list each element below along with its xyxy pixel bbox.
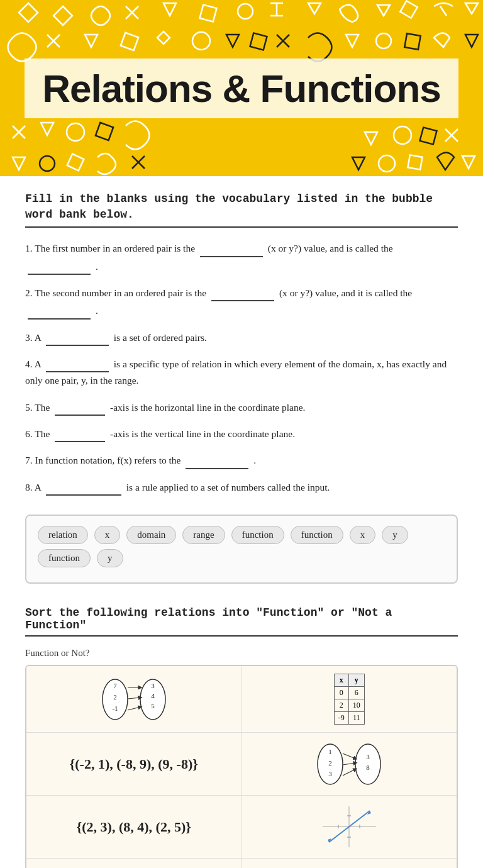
svg-marker-10 bbox=[465, 3, 478, 14]
svg-point-40 bbox=[379, 155, 395, 172]
q6-blank1[interactable] bbox=[55, 425, 105, 442]
svg-marker-20 bbox=[346, 35, 358, 47]
svg-text:3: 3 bbox=[329, 770, 333, 777]
q7-blank1[interactable] bbox=[186, 451, 248, 469]
word-bubble-function3[interactable]: function bbox=[38, 549, 91, 567]
word-bank-row2: function y bbox=[38, 549, 445, 567]
svg-line-32 bbox=[445, 129, 458, 142]
table-cell: -9 bbox=[334, 712, 348, 725]
svg-line-11 bbox=[47, 35, 60, 47]
svg-rect-41 bbox=[408, 155, 422, 169]
question-8: 8. A is a rule applied to a set of numbe… bbox=[25, 478, 458, 496]
svg-line-19 bbox=[277, 35, 289, 47]
svg-point-27 bbox=[67, 123, 84, 141]
q2-blank1[interactable] bbox=[211, 284, 274, 301]
svg-rect-36 bbox=[67, 154, 84, 171]
q1-blank2[interactable] bbox=[28, 257, 91, 275]
q1-text-after: . bbox=[96, 261, 98, 272]
svg-marker-39 bbox=[352, 157, 365, 170]
svg-line-61 bbox=[343, 754, 355, 759]
table-row: 2 10 bbox=[334, 699, 364, 712]
sort-cell-2-left[interactable]: {(-2, 1), (-8, 9), (9, -8)} bbox=[26, 733, 242, 795]
sort-cell-4-left[interactable]: 2 0 3 5 bbox=[26, 859, 242, 868]
svg-text:5: 5 bbox=[151, 702, 155, 709]
svg-marker-1 bbox=[53, 6, 72, 25]
svg-rect-28 bbox=[96, 123, 113, 140]
q7-text-before: 7. In function notation, f(x) refers to … bbox=[25, 455, 183, 465]
svg-line-38 bbox=[132, 156, 145, 169]
sort-cell-3-right[interactable] bbox=[242, 796, 457, 858]
svg-marker-4 bbox=[164, 3, 176, 16]
question-4: 4. A is a specific type of relation in w… bbox=[25, 355, 458, 389]
q1-num: 1. bbox=[25, 243, 35, 253]
svg-line-12 bbox=[47, 35, 60, 47]
question-5: 5. The -axis is the horizontal line in t… bbox=[25, 398, 458, 416]
word-bubble-function2[interactable]: function bbox=[291, 526, 343, 544]
svg-marker-8 bbox=[377, 5, 390, 16]
table-header-y: y bbox=[348, 674, 364, 687]
q6-text-before: 6. The bbox=[25, 428, 52, 439]
q2-text-middle: (x or y?) value, and it is called the bbox=[279, 287, 412, 298]
sort-cell-3-left[interactable]: {(2, 3), (8, 4), (2, 5)} bbox=[26, 796, 242, 858]
q2-text-before: The second number in an ordered pair is … bbox=[35, 287, 206, 298]
svg-marker-42 bbox=[462, 156, 475, 169]
sort-cell-1-right[interactable]: x y 0 6 2 10 bbox=[242, 666, 457, 732]
question-3: 3. A is a set of ordered pairs. bbox=[25, 328, 458, 346]
svg-text:7: 7 bbox=[113, 682, 117, 689]
set-2-text: {(2, 3), (8, 4), (2, 5)} bbox=[77, 819, 191, 835]
svg-marker-7 bbox=[308, 3, 321, 14]
svg-text:3: 3 bbox=[151, 682, 155, 689]
sort-cell-2-right[interactable]: 1 2 3 3 8 bbox=[242, 733, 457, 795]
word-bubble-range[interactable]: range bbox=[182, 526, 225, 544]
sort-cell-4-right[interactable] bbox=[242, 859, 457, 868]
svg-text:8: 8 bbox=[367, 764, 370, 771]
table-cell: 6 bbox=[348, 687, 364, 699]
svg-rect-31 bbox=[420, 128, 437, 145]
q3-text-after: is a set of ordered pairs. bbox=[114, 332, 207, 343]
word-bubble-x2[interactable]: x bbox=[350, 526, 376, 544]
q1-text-middle: (x or y?) value, and is called the bbox=[268, 243, 393, 253]
svg-rect-22 bbox=[404, 33, 420, 49]
q3-blank1[interactable] bbox=[46, 328, 109, 346]
q8-text-after: is a rule applied to a set of numbers ca… bbox=[126, 482, 330, 492]
word-bubble-x1[interactable]: x bbox=[94, 526, 121, 544]
svg-text:-1: -1 bbox=[112, 704, 118, 712]
mapping-diagram-2: 1 2 3 3 8 bbox=[314, 740, 384, 787]
sort-row-4: 2 0 3 5 bbox=[26, 859, 457, 868]
q4-blank1[interactable] bbox=[46, 355, 109, 372]
word-bubble-y2[interactable]: y bbox=[97, 549, 123, 567]
word-bank-row1: relation x domain range function functio… bbox=[38, 526, 445, 544]
svg-point-6 bbox=[238, 4, 253, 19]
q1-blank1[interactable] bbox=[200, 239, 263, 257]
table-cell: 2 bbox=[334, 699, 348, 712]
set-1-text: {(-2, 1), (-8, 9), (9, -8)} bbox=[70, 756, 198, 772]
sort-row-3: {(2, 3), (8, 4), (2, 5)} bbox=[26, 796, 457, 859]
table-cell: 0 bbox=[334, 687, 348, 699]
svg-text:2: 2 bbox=[329, 759, 333, 767]
table-cell: 10 bbox=[348, 699, 364, 712]
q8-blank1[interactable] bbox=[46, 478, 121, 496]
question-2: 2. The second number in an ordered pair … bbox=[25, 284, 458, 320]
table-row: 0 6 bbox=[334, 687, 364, 699]
word-bubble-domain[interactable]: domain bbox=[126, 526, 176, 544]
main-content: Fill in the blanks using the vocabulary … bbox=[0, 176, 483, 868]
page-title: Relations & Functions bbox=[42, 66, 440, 111]
word-bubble-relation[interactable]: relation bbox=[38, 526, 88, 544]
question-6: 6. The -axis is the vertical line in the… bbox=[25, 425, 458, 442]
svg-line-18 bbox=[277, 35, 289, 47]
svg-rect-5 bbox=[200, 5, 217, 22]
svg-rect-9 bbox=[400, 1, 417, 18]
sort-grid: 7 2 -1 3 4 5 bbox=[25, 665, 458, 868]
section-divider bbox=[25, 226, 458, 228]
word-bubble-function1[interactable]: function bbox=[231, 526, 284, 544]
fill-section-title: Fill in the blanks using the vocabulary … bbox=[25, 191, 458, 223]
sort-title: Sort the following relations into "Funct… bbox=[25, 606, 458, 632]
q5-text-before: 5. The bbox=[25, 402, 52, 413]
q5-blank1[interactable] bbox=[55, 398, 105, 416]
question-1: 1. The first number in an ordered pair i… bbox=[25, 239, 458, 275]
sort-cell-1-left[interactable]: 7 2 -1 3 4 5 bbox=[26, 666, 242, 732]
q2-blank2[interactable] bbox=[28, 301, 91, 319]
word-bubble-y1[interactable]: y bbox=[382, 526, 408, 544]
sort-subtitle: Function or Not? bbox=[25, 648, 458, 659]
sort-section: Sort the following relations into "Funct… bbox=[25, 606, 458, 868]
